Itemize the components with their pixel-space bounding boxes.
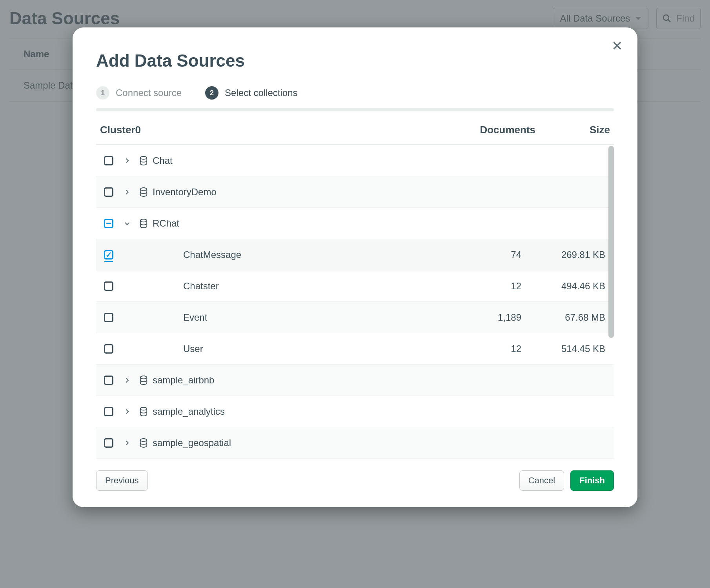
step-label: Select collections bbox=[225, 87, 297, 98]
chevron-right-icon[interactable] bbox=[122, 439, 132, 446]
step-number: 2 bbox=[205, 86, 218, 100]
db-name: InventoryDemo bbox=[153, 187, 608, 198]
collection-row-event[interactable]: Event 1,189 67.68 MB bbox=[96, 302, 614, 333]
db-row-inventorydemo[interactable]: InventoryDemo bbox=[96, 176, 614, 208]
db-row-rchat[interactable]: RChat bbox=[96, 208, 614, 239]
svg-point-6 bbox=[140, 407, 147, 410]
modal-title: Add Data Sources bbox=[96, 51, 614, 71]
db-name: sample_analytics bbox=[153, 406, 608, 417]
checkbox[interactable] bbox=[104, 407, 113, 416]
documents-count: 12 bbox=[451, 343, 533, 354]
step-select-collections[interactable]: 2 Select collections bbox=[205, 86, 297, 100]
collection-size: 494.46 KB bbox=[533, 281, 608, 292]
svg-point-4 bbox=[140, 219, 147, 222]
step-number: 1 bbox=[96, 86, 109, 100]
step-connect-source[interactable]: 1 Connect source bbox=[96, 86, 182, 100]
db-name: Chat bbox=[153, 155, 608, 166]
column-size: Size bbox=[535, 124, 610, 136]
chevron-right-icon[interactable] bbox=[122, 189, 132, 196]
collection-name: User bbox=[183, 343, 451, 354]
documents-count: 1,189 bbox=[451, 312, 533, 323]
db-row-sample-analytics[interactable]: sample_analytics bbox=[96, 396, 614, 427]
checkbox-checked[interactable] bbox=[104, 250, 113, 260]
checkbox[interactable] bbox=[104, 376, 113, 385]
collection-size: 514.45 KB bbox=[533, 343, 608, 354]
database-icon bbox=[139, 156, 148, 165]
database-icon bbox=[139, 438, 148, 448]
modal-overlay: ✕ Add Data Sources 1 Connect source 2 Se… bbox=[0, 0, 710, 588]
add-data-sources-modal: ✕ Add Data Sources 1 Connect source 2 Se… bbox=[73, 27, 637, 507]
documents-count: 12 bbox=[451, 281, 533, 292]
finish-button[interactable]: Finish bbox=[570, 470, 614, 491]
cluster-header: Cluster0 Documents Size bbox=[96, 122, 614, 145]
database-icon bbox=[139, 407, 148, 416]
progress-bar bbox=[96, 108, 614, 111]
collection-row-chatmessage[interactable]: ChatMessage 74 269.81 KB bbox=[96, 239, 614, 270]
chevron-right-icon[interactable] bbox=[122, 157, 132, 164]
checkbox[interactable] bbox=[104, 313, 113, 322]
svg-point-2 bbox=[140, 156, 147, 159]
checkbox-indeterminate[interactable] bbox=[104, 219, 113, 228]
collection-name: ChatMessage bbox=[183, 249, 451, 260]
step-label: Connect source bbox=[116, 87, 182, 98]
chevron-right-icon[interactable] bbox=[122, 377, 132, 384]
database-icon bbox=[139, 187, 148, 197]
column-documents: Documents bbox=[453, 124, 535, 136]
checkbox[interactable] bbox=[104, 187, 113, 197]
collection-name: Chatster bbox=[183, 281, 451, 292]
db-name: RChat bbox=[153, 218, 608, 229]
modal-footer: Previous Cancel Finish bbox=[96, 470, 614, 491]
collections-tree: Chat InventoryDemo bbox=[96, 145, 614, 459]
scrollbar[interactable] bbox=[608, 146, 614, 338]
collection-row-chatster[interactable]: Chatster 12 494.46 KB bbox=[96, 270, 614, 302]
checkbox[interactable] bbox=[104, 344, 113, 354]
previous-button[interactable]: Previous bbox=[96, 470, 148, 491]
collection-name: Event bbox=[183, 312, 451, 323]
db-row-chat[interactable]: Chat bbox=[96, 145, 614, 176]
db-row-sample-geospatial[interactable]: sample_geospatial bbox=[96, 427, 614, 459]
cluster-name: Cluster0 bbox=[100, 124, 453, 136]
chevron-right-icon[interactable] bbox=[122, 408, 132, 415]
database-icon bbox=[139, 219, 148, 228]
collection-size: 67.68 MB bbox=[533, 312, 608, 323]
database-icon bbox=[139, 376, 148, 385]
stepper: 1 Connect source 2 Select collections bbox=[96, 86, 614, 108]
svg-point-5 bbox=[140, 376, 147, 379]
db-row-sample-airbnb[interactable]: sample_airbnb bbox=[96, 365, 614, 396]
db-name: sample_geospatial bbox=[153, 437, 608, 448]
documents-count: 74 bbox=[451, 249, 533, 260]
checkbox[interactable] bbox=[104, 438, 113, 448]
checkbox[interactable] bbox=[104, 281, 113, 291]
chevron-down-icon[interactable] bbox=[122, 220, 132, 227]
db-name: sample_airbnb bbox=[153, 375, 608, 386]
close-button[interactable]: ✕ bbox=[612, 39, 623, 53]
checkbox[interactable] bbox=[104, 156, 113, 165]
svg-point-3 bbox=[140, 188, 147, 191]
collection-row-user[interactable]: User 12 514.45 KB bbox=[96, 333, 614, 365]
cancel-button[interactable]: Cancel bbox=[519, 470, 564, 491]
svg-point-7 bbox=[140, 439, 147, 441]
collection-size: 269.81 KB bbox=[533, 249, 608, 260]
